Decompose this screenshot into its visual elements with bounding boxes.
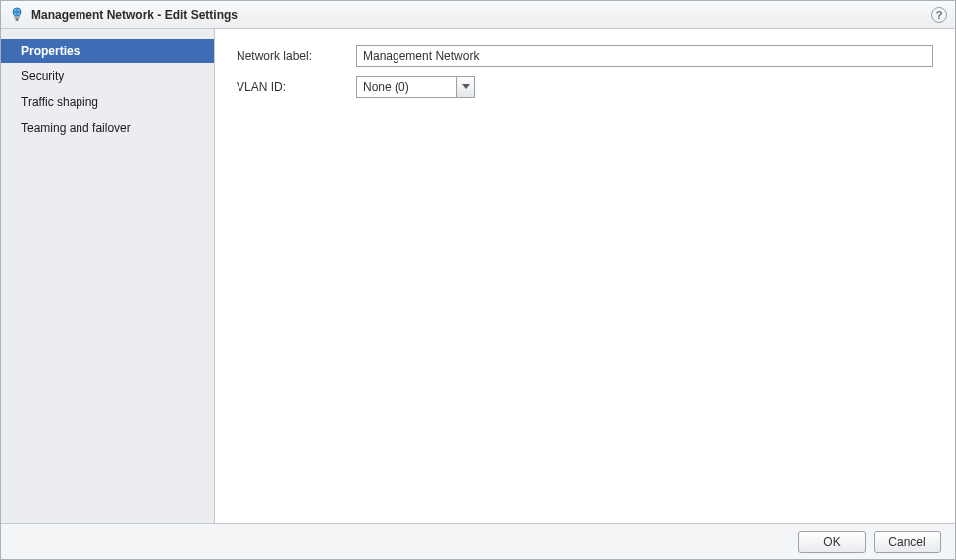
sidebar-item-label: Teaming and failover bbox=[21, 121, 131, 135]
window-title: Management Network - Edit Settings bbox=[31, 8, 238, 22]
sidebar-item-label: Properties bbox=[21, 44, 80, 58]
vlan-id-value: None (0) bbox=[357, 77, 456, 97]
svg-rect-2 bbox=[14, 16, 20, 18]
chevron-down-icon bbox=[462, 84, 470, 90]
sidebar-item-label: Traffic shaping bbox=[21, 95, 98, 109]
row-vlan-id: VLAN ID: None (0) bbox=[237, 76, 933, 98]
cancel-button[interactable]: Cancel bbox=[874, 531, 941, 553]
sidebar-item-security[interactable]: Security bbox=[9, 65, 206, 88]
dialog-footer: OK Cancel bbox=[1, 523, 955, 559]
row-network-label: Network label: bbox=[237, 45, 933, 67]
vlan-id-dropdown-button[interactable] bbox=[456, 77, 474, 97]
content-panel: Network label: VLAN ID: None (0) bbox=[215, 29, 955, 523]
sidebar-item-traffic-shaping[interactable]: Traffic shaping bbox=[9, 90, 206, 114]
network-label-input[interactable] bbox=[356, 45, 933, 67]
sidebar-item-label: Security bbox=[21, 70, 64, 83]
dialog-body: Properties Security Traffic shaping Team… bbox=[1, 29, 955, 523]
network-icon bbox=[9, 7, 25, 23]
help-icon[interactable]: ? bbox=[931, 7, 947, 23]
label-vlan-id: VLAN ID: bbox=[237, 80, 356, 94]
ok-button[interactable]: OK bbox=[798, 531, 866, 553]
sidebar-item-teaming-failover[interactable]: Teaming and failover bbox=[9, 116, 206, 140]
titlebar: Management Network - Edit Settings ? bbox=[1, 1, 955, 29]
dialog-window: Management Network - Edit Settings ? Pro… bbox=[0, 0, 956, 560]
vlan-id-combo[interactable]: None (0) bbox=[356, 76, 475, 98]
sidebar-item-properties[interactable]: Properties bbox=[1, 39, 214, 63]
label-network-label: Network label: bbox=[237, 49, 356, 63]
sidebar: Properties Security Traffic shaping Team… bbox=[1, 29, 215, 523]
